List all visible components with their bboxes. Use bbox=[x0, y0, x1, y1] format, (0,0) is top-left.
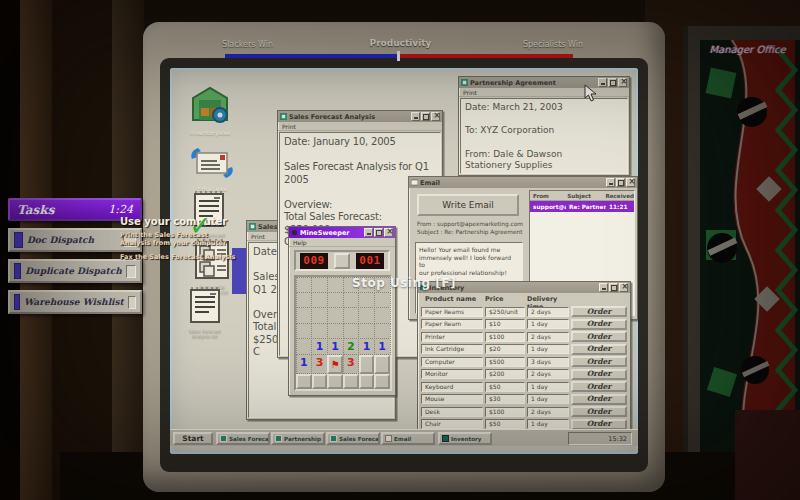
productivity-bar-blue bbox=[225, 54, 399, 58]
desktop-icon-sales-forecast-txt-2[interactable]: Sales Forecast Analysis.txt bbox=[182, 286, 228, 339]
desktop-icon-email-exe[interactable]: Email.exe bbox=[186, 146, 238, 192]
minesweeper-cell[interactable] bbox=[343, 292, 360, 308]
price-cell: $10 bbox=[485, 319, 525, 329]
taskbar-button-inventory[interactable]: Inventory bbox=[438, 432, 492, 445]
checkmark-icon: ✓ bbox=[189, 210, 212, 241]
maximize-button[interactable] bbox=[609, 283, 618, 292]
minesweeper-cell-flagged[interactable]: ⚑ bbox=[327, 355, 343, 374]
menu-print[interactable]: Print bbox=[282, 123, 296, 130]
email-list-row[interactable]: support@a...Re: Partner...11:21 bbox=[530, 201, 634, 212]
window-partnership-agreement[interactable]: Partnership Agreement Print Date: March … bbox=[458, 76, 630, 176]
order-button[interactable]: Order bbox=[571, 319, 627, 330]
order-button[interactable]: Order bbox=[571, 344, 627, 355]
minesweeper-cell[interactable] bbox=[343, 323, 360, 339]
minesweeper-cell[interactable] bbox=[358, 307, 375, 323]
close-button[interactable] bbox=[431, 112, 440, 121]
minesweeper-cell[interactable]: 2 bbox=[343, 338, 360, 355]
window-minesweeper[interactable]: MineSweeper Help 009 001 1121113⚑3 bbox=[288, 226, 396, 396]
minesweeper-cell[interactable]: 1 bbox=[374, 338, 391, 355]
minesweeper-cell[interactable] bbox=[311, 307, 328, 323]
minesweeper-cell[interactable]: 3 bbox=[311, 354, 328, 374]
desktop-icon-inventory-exe[interactable]: Inventory.exe bbox=[184, 86, 236, 136]
minesweeper-cell[interactable] bbox=[374, 292, 391, 308]
minesweeper-cell[interactable] bbox=[296, 292, 313, 308]
window-titlebar[interactable]: Partnership Agreement bbox=[459, 77, 629, 88]
minesweeper-cell[interactable] bbox=[296, 323, 313, 339]
taskbar-button-partnership-a[interactable]: Partnership A bbox=[271, 432, 325, 445]
order-button[interactable]: Order bbox=[571, 394, 627, 405]
write-email-button[interactable]: Write Email bbox=[417, 194, 519, 216]
order-button[interactable]: Order bbox=[571, 331, 627, 342]
task-item-warehouse-wishlist[interactable]: Warehouse Wishlist bbox=[8, 290, 142, 314]
window-titlebar[interactable]: MineSweeper bbox=[289, 227, 395, 238]
minesweeper-cell[interactable] bbox=[296, 277, 313, 293]
minesweeper-cell[interactable]: 1 bbox=[311, 338, 328, 355]
maximize-button[interactable] bbox=[608, 78, 617, 87]
taskbar-button-sales-forecas[interactable]: Sales Forecas bbox=[216, 432, 270, 445]
minesweeper-cell[interactable] bbox=[327, 277, 344, 293]
window-title: Partnership Agreement bbox=[470, 79, 596, 87]
minimize-button[interactable] bbox=[364, 228, 373, 237]
minesweeper-cell[interactable] bbox=[311, 292, 328, 308]
minesweeper-cell[interactable]: 3 bbox=[343, 354, 360, 374]
minesweeper-cell[interactable]: 1 bbox=[296, 354, 313, 374]
minesweeper-cell[interactable] bbox=[359, 355, 375, 374]
menu-print[interactable]: Print bbox=[251, 233, 265, 240]
start-button[interactable]: Start bbox=[173, 432, 213, 445]
close-button[interactable] bbox=[626, 178, 635, 187]
order-button[interactable]: Order bbox=[571, 369, 627, 380]
menu-print[interactable]: Print bbox=[463, 89, 477, 96]
minesweeper-cell[interactable] bbox=[296, 338, 313, 355]
minesweeper-cell[interactable] bbox=[311, 277, 328, 293]
window-titlebar[interactable]: Sales Forecast Analysis bbox=[278, 111, 442, 122]
minesweeper-cell[interactable] bbox=[358, 323, 375, 339]
taskbar-button-sales-forecas[interactable]: Sales Forecas bbox=[326, 432, 380, 445]
price-cell: $50 bbox=[485, 382, 525, 392]
close-button[interactable] bbox=[618, 78, 627, 87]
window-titlebar[interactable]: Email bbox=[409, 177, 637, 188]
maximize-button[interactable] bbox=[421, 112, 430, 121]
minimize-button[interactable] bbox=[606, 178, 615, 187]
minesweeper-cell[interactable] bbox=[343, 374, 359, 389]
minesweeper-cell[interactable] bbox=[311, 323, 328, 339]
smiley-reset-button[interactable] bbox=[334, 253, 350, 269]
objective-subtask-print: Print the Sales Forecast Analysis from y… bbox=[120, 231, 236, 247]
minesweeper-cell[interactable] bbox=[327, 323, 344, 339]
maximize-button[interactable] bbox=[616, 178, 625, 187]
minesweeper-cell[interactable]: 1 bbox=[358, 338, 375, 355]
taskbar-button-label: Email bbox=[394, 436, 411, 442]
email-row-from: support@a... bbox=[530, 204, 566, 210]
price-cell: $20 bbox=[485, 344, 525, 354]
close-button[interactable] bbox=[384, 228, 393, 237]
task-checkbox[interactable] bbox=[128, 296, 136, 309]
maximize-button[interactable] bbox=[374, 228, 383, 237]
minesweeper-cell[interactable] bbox=[374, 307, 391, 323]
minesweeper-cell[interactable] bbox=[374, 355, 390, 374]
minesweeper-cell[interactable] bbox=[327, 292, 344, 308]
minesweeper-cell[interactable]: 1 bbox=[327, 338, 344, 355]
minesweeper-cell[interactable] bbox=[374, 323, 391, 339]
order-button[interactable]: Order bbox=[571, 381, 627, 392]
close-button[interactable] bbox=[619, 283, 628, 292]
menu-help[interactable]: Help bbox=[293, 239, 307, 246]
minesweeper-cell[interactable] bbox=[296, 374, 312, 389]
minesweeper-cell[interactable] bbox=[358, 292, 375, 308]
minesweeper-cell[interactable] bbox=[374, 374, 390, 389]
taskbar-button-email[interactable]: Email bbox=[381, 432, 435, 445]
order-button[interactable]: Order bbox=[571, 356, 627, 367]
minimize-button[interactable] bbox=[598, 78, 607, 87]
minesweeper-cell[interactable] bbox=[312, 374, 328, 389]
minesweeper-cell[interactable] bbox=[343, 307, 360, 323]
order-button[interactable]: Order bbox=[571, 406, 627, 417]
window-inventory[interactable]: Inventory Product name Price Delivery ti… bbox=[417, 281, 631, 431]
minimize-button[interactable] bbox=[411, 112, 420, 121]
minesweeper-cell[interactable] bbox=[327, 374, 343, 389]
task-item-duplicate-dispatch[interactable]: Duplicate Dispatch bbox=[8, 259, 142, 283]
minimize-button[interactable] bbox=[599, 283, 608, 292]
minesweeper-cell[interactable] bbox=[359, 374, 375, 389]
order-button[interactable]: Order bbox=[571, 306, 627, 317]
task-checkbox[interactable] bbox=[126, 265, 136, 278]
product-name-cell: Paper Reams bbox=[421, 307, 483, 317]
minesweeper-cell[interactable] bbox=[327, 307, 344, 323]
minesweeper-cell[interactable] bbox=[296, 307, 313, 323]
